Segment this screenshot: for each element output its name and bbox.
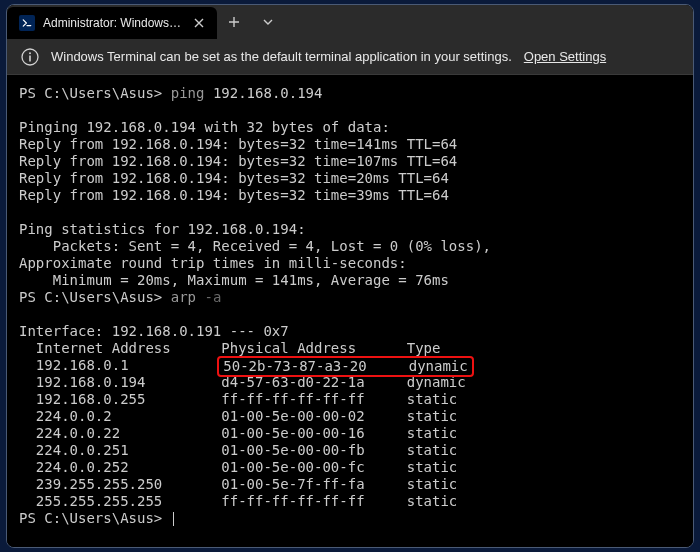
infobar: Windows Terminal can be set as the defau…	[7, 39, 693, 75]
tab-powershell[interactable]: Administrator: Windows PowerS	[7, 7, 217, 39]
close-icon[interactable]	[191, 15, 207, 31]
new-tab-button[interactable]	[217, 5, 251, 39]
svg-point-1	[29, 52, 31, 54]
info-icon	[21, 48, 39, 66]
terminal-output[interactable]: PS C:\Users\Asus> ping 192.168.0.194 Pin…	[7, 75, 693, 547]
tab-dropdown-button[interactable]	[251, 5, 285, 39]
powershell-icon	[19, 15, 35, 31]
titlebar: Administrator: Windows PowerS	[7, 5, 693, 39]
open-settings-link[interactable]: Open Settings	[524, 49, 606, 64]
svg-rect-2	[29, 55, 31, 61]
terminal-window: Administrator: Windows PowerS Windows Te…	[6, 4, 694, 548]
infobar-message: Windows Terminal can be set as the defau…	[51, 49, 512, 64]
tab-title: Administrator: Windows PowerS	[43, 16, 183, 30]
